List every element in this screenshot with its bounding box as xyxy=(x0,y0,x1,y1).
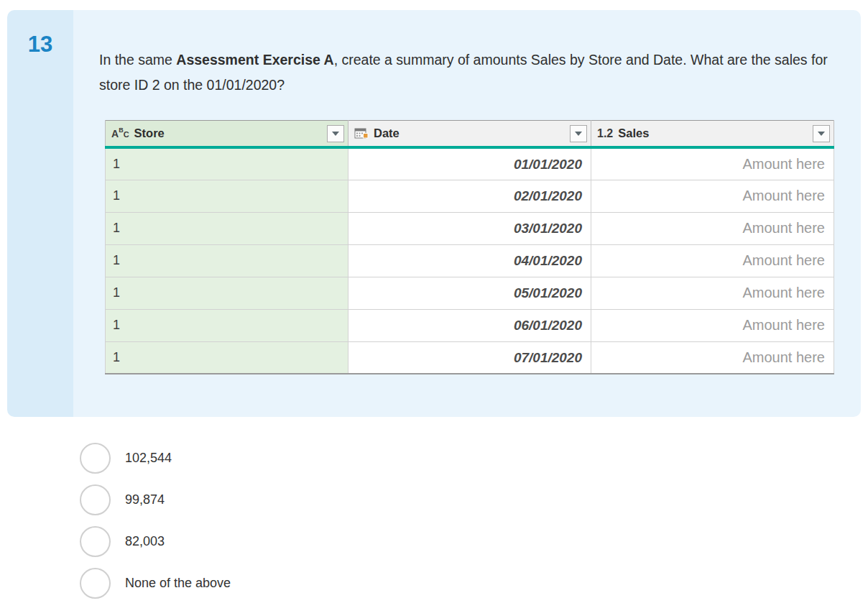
column-label-store: Store xyxy=(134,127,165,140)
column-header-store: ABC Store xyxy=(106,120,348,147)
chevron-down-icon xyxy=(332,132,339,136)
sales-cell: Amount here xyxy=(591,244,834,277)
question-text: In the same Assessment Exercise A, creat… xyxy=(99,47,834,98)
sales-cell: Amount here xyxy=(591,309,834,341)
table-row: 1 06/01/2020 Amount here xyxy=(106,309,834,341)
radio-button[interactable] xyxy=(80,484,111,515)
power-query-table: ABC Store xyxy=(105,120,834,375)
store-cell: 1 xyxy=(106,309,348,341)
radio-button[interactable] xyxy=(80,443,111,474)
column-header-date: Date xyxy=(348,120,591,147)
store-cell: 1 xyxy=(106,212,348,244)
question-body: In the same Assessment Exercise A, creat… xyxy=(73,10,861,417)
answer-option-label: 102,544 xyxy=(125,451,172,466)
radio-button[interactable] xyxy=(80,568,111,599)
store-cell: 1 xyxy=(106,180,348,212)
question-number: 13 xyxy=(7,32,73,58)
sales-cell: Amount here xyxy=(591,277,834,309)
date-cell: 06/01/2020 xyxy=(348,309,591,341)
column-label-sales: Sales xyxy=(618,127,649,140)
question-text-bold: Assessment Exercise A xyxy=(176,52,333,68)
answer-option-label: 99,874 xyxy=(125,492,165,507)
table-row: 1 02/01/2020 Amount here xyxy=(106,180,834,212)
date-cell: 07/01/2020 xyxy=(348,341,591,374)
answer-options: 102,544 99,874 82,003 None of the above xyxy=(80,443,868,599)
sales-cell: Amount here xyxy=(591,147,834,180)
store-cell: 1 xyxy=(106,341,348,374)
answer-option-1[interactable]: 102,544 xyxy=(80,443,868,474)
date-cell: 04/01/2020 xyxy=(348,244,591,277)
date-cell: 02/01/2020 xyxy=(348,180,591,212)
sales-cell: Amount here xyxy=(591,341,834,374)
answer-option-label: 82,003 xyxy=(125,534,165,549)
column-label-date: Date xyxy=(374,127,400,140)
number-type-icon: 1.2 xyxy=(597,127,613,140)
store-filter-dropdown-button[interactable] xyxy=(327,125,344,142)
question-card: 13 In the same Assessment Exercise A, cr… xyxy=(7,10,861,417)
abc-type-icon: ABC xyxy=(111,127,129,139)
answer-option-3[interactable]: 82,003 xyxy=(80,526,868,557)
date-cell: 03/01/2020 xyxy=(348,212,591,244)
chevron-down-icon xyxy=(818,132,825,136)
column-header-sales: 1.2 Sales xyxy=(591,120,834,147)
answer-option-2[interactable]: 99,874 xyxy=(80,484,868,515)
question-text-prefix: In the same xyxy=(99,52,176,68)
store-cell: 1 xyxy=(106,147,348,180)
date-cell: 01/01/2020 xyxy=(348,147,591,180)
calendar-type-icon xyxy=(354,127,369,140)
chevron-down-icon xyxy=(575,132,582,136)
table-row: 1 04/01/2020 Amount here xyxy=(106,244,834,277)
date-filter-dropdown-button[interactable] xyxy=(570,125,587,142)
table-row: 1 01/01/2020 Amount here xyxy=(106,147,834,180)
table-row: 1 03/01/2020 Amount here xyxy=(106,212,834,244)
answer-option-4[interactable]: None of the above xyxy=(80,568,868,599)
table-header-row: ABC Store xyxy=(106,120,834,147)
radio-button[interactable] xyxy=(80,526,111,557)
store-cell: 1 xyxy=(106,244,348,277)
date-cell: 05/01/2020 xyxy=(348,277,591,309)
question-number-strip: 13 xyxy=(7,10,73,417)
sales-cell: Amount here xyxy=(591,180,834,212)
store-cell: 1 xyxy=(106,277,348,309)
answer-option-label: None of the above xyxy=(125,576,231,591)
sales-cell: Amount here xyxy=(591,212,834,244)
table-row: 1 07/01/2020 Amount here xyxy=(106,341,834,374)
table-row: 1 05/01/2020 Amount here xyxy=(106,277,834,309)
sales-filter-dropdown-button[interactable] xyxy=(813,125,830,142)
